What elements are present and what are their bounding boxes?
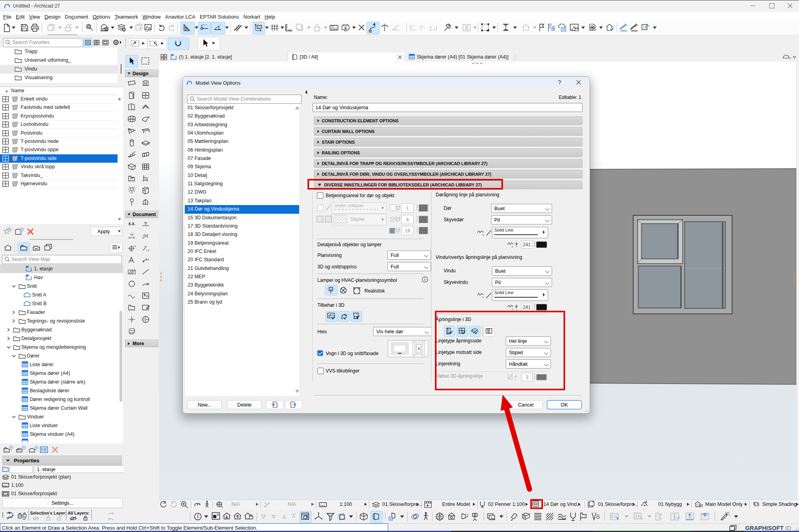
svg-text:c: c: [482, 233, 484, 236]
svg-text:c: c: [512, 308, 513, 310]
svg-text:12: 12: [331, 25, 334, 28]
svg-text:A1: A1: [145, 258, 149, 261]
svg-text:c: c: [482, 296, 484, 298]
svg-text:XY: XY: [258, 26, 262, 28]
svg-text:α: α: [146, 235, 148, 238]
svg-text:A1: A1: [396, 28, 399, 31]
svg-text:1.2: 1.2: [130, 233, 134, 235]
svg-text:c: c: [512, 245, 513, 248]
svg-text:1.2: 1.2: [146, 249, 150, 251]
svg-text:1.2: 1.2: [133, 245, 136, 247]
svg-text:i=: i=: [789, 57, 791, 59]
